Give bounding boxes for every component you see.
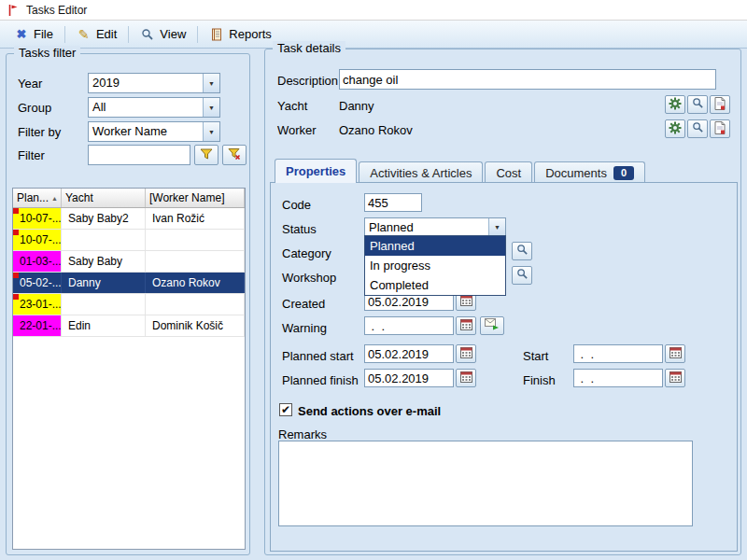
start-calendar-button[interactable] (665, 344, 685, 363)
filter-by-label: Filter by (18, 125, 61, 139)
tab-properties[interactable]: Properties (275, 159, 357, 183)
tasks-filter-panel: Tasks filter Year 2019 ▼ Group All ▼ Fil… (6, 53, 250, 555)
menu-reports-label: Reports (229, 27, 272, 41)
planned-finish-label: Planned finish (282, 373, 359, 387)
status-option[interactable]: Planned (365, 236, 505, 256)
code-label: Code (282, 198, 311, 212)
funnel-clear-icon (228, 147, 241, 163)
status-option[interactable]: In progress (365, 256, 505, 275)
calendar-icon (460, 294, 472, 309)
cell-yacht: Danny (62, 273, 146, 293)
magnifier-icon (516, 268, 529, 283)
sort-asc-icon: ▲ (51, 195, 58, 202)
worker-document-button[interactable] (710, 119, 730, 138)
calendar-icon (460, 346, 472, 361)
cell-date: 23-01-... (13, 294, 62, 315)
priority-marker (13, 230, 19, 235)
file-menu-icon: ✖ (14, 27, 29, 41)
table-row[interactable]: 10-07-... (13, 230, 245, 251)
titlebar: Tasks Editor (0, 0, 747, 21)
clear-filter-button[interactable] (222, 145, 247, 165)
category-label: Category (282, 246, 331, 260)
column-header[interactable]: [Worker Name] (146, 189, 245, 207)
menu-edit[interactable]: ✎ Edit (68, 23, 125, 46)
group-select[interactable]: All ▼ (88, 97, 220, 118)
planned-finish-date-input[interactable] (364, 369, 454, 387)
menu-separator (64, 26, 65, 43)
remarks-textarea[interactable] (278, 441, 693, 526)
menu-file[interactable]: ✖ File (6, 23, 62, 45)
cell-yacht: Edin (62, 315, 146, 336)
cell-worker: Ozano Rokov (146, 273, 245, 293)
tab-label: Activities & Articles (370, 166, 472, 180)
worker-label: Worker (277, 123, 317, 137)
filter-label: Filter (18, 148, 45, 162)
tab-documents[interactable]: Documents0 (534, 161, 645, 183)
calendar-icon (460, 371, 472, 385)
code-input[interactable] (364, 193, 422, 212)
cell-worker: Ivan Rožić (146, 208, 245, 229)
tasks-table-body: 10-07-...Saby Baby2Ivan Rožić10-07-...01… (13, 208, 245, 337)
planned-finish-calendar-button[interactable] (456, 369, 476, 387)
filter-by-value: Worker Name (89, 122, 203, 141)
start-label: Start (523, 349, 548, 363)
worker-search-button[interactable] (687, 119, 708, 138)
finish-label: Finish (523, 373, 556, 387)
send-email-checkbox[interactable]: ✔ (279, 403, 292, 416)
planned-start-calendar-button[interactable] (456, 344, 476, 363)
menu-view[interactable]: View (132, 23, 194, 45)
tasks-table: Plan...▲Yacht[Worker Name] 10-07-...Saby… (12, 188, 246, 550)
cell-date: 10-07-... (13, 230, 62, 250)
description-input[interactable] (339, 69, 716, 90)
category-search-button[interactable] (512, 242, 532, 260)
warning-calendar-button[interactable] (456, 316, 476, 335)
cell-worker (146, 230, 245, 250)
status-value: Planned (365, 218, 488, 235)
finish-calendar-button[interactable] (665, 369, 685, 387)
filter-by-select[interactable]: Worker Name ▼ (88, 121, 220, 142)
table-row[interactable]: 23-01-... (13, 294, 245, 315)
group-label: Group (18, 101, 51, 115)
column-header[interactable]: Yacht (62, 189, 146, 207)
funnel-icon (200, 147, 213, 163)
planned-start-date-input[interactable] (364, 344, 454, 363)
warning-date-input[interactable] (364, 316, 454, 335)
start-date-input[interactable] (573, 344, 663, 363)
menu-file-label: File (34, 27, 53, 41)
warning-send-mail-button[interactable] (480, 316, 504, 335)
table-row[interactable]: 10-07-...Saby Baby2Ivan Rožić (13, 208, 245, 230)
priority-marker (13, 273, 19, 278)
worker-value: Ozano Rokov (339, 123, 413, 137)
filter-input[interactable] (88, 145, 190, 165)
cell-date: 22-01-... (13, 315, 62, 336)
cell-date: 01-03-... (13, 251, 62, 272)
finish-date-input[interactable] (573, 369, 663, 387)
yacht-label: Yacht (277, 99, 307, 113)
document-icon (714, 121, 726, 137)
yacht-document-button[interactable] (710, 95, 730, 114)
table-row[interactable]: 01-03-...Saby Baby (13, 251, 245, 273)
status-select[interactable]: Planned ▼ (364, 217, 506, 236)
table-row[interactable]: 22-01-...EdinDominik Košič (13, 315, 245, 337)
tab-cost[interactable]: Cost (485, 161, 532, 183)
worker-settings-button[interactable] (665, 119, 685, 138)
status-option[interactable]: Completed (365, 275, 505, 295)
workshop-search-button[interactable] (512, 266, 532, 285)
window-title: Tasks Editor (26, 4, 87, 17)
apply-filter-button[interactable] (194, 145, 218, 165)
task-details-panel: Task details Description Yacht Danny Wor… (264, 49, 741, 555)
column-header-label: [Worker Name] (149, 191, 224, 204)
magnifier-icon (692, 97, 704, 112)
column-header-label: Yacht (65, 191, 93, 204)
app-icon (6, 4, 21, 17)
tab-activities-articles[interactable]: Activities & Articles (359, 161, 483, 183)
column-header[interactable]: Plan...▲ (13, 189, 62, 207)
cell-yacht (62, 230, 146, 250)
yacht-settings-button[interactable] (665, 95, 685, 114)
cell-date: 05-02-... (13, 273, 62, 293)
magnifier-icon (140, 28, 155, 41)
menu-reports[interactable]: Reports (201, 23, 280, 45)
year-select[interactable]: 2019 ▼ (88, 73, 220, 93)
yacht-search-button[interactable] (687, 95, 708, 114)
table-row[interactable]: 05-02-...DannyOzano Rokov (13, 273, 245, 294)
